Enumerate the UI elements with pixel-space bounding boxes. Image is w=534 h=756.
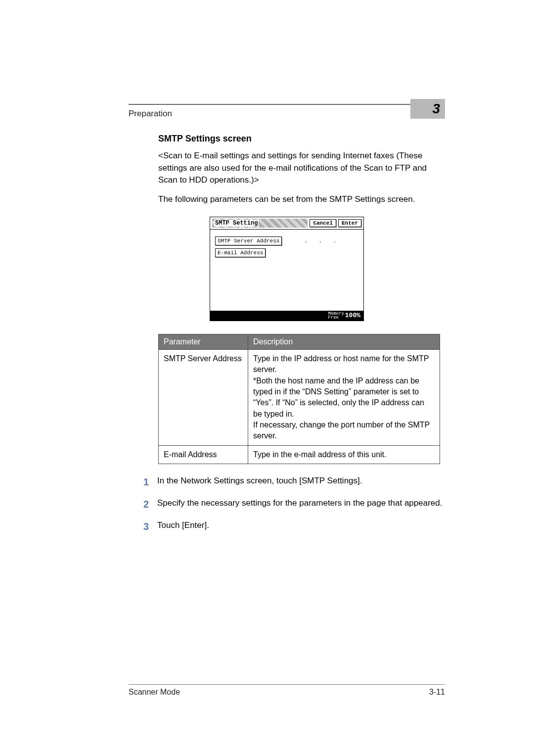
table-row: SMTP Server Address Type in the IP addre… — [159, 349, 440, 445]
step-text: Specify the necessary settings for the p… — [157, 497, 445, 512]
device-screenshot: SMTP Setting Cancel Enter SMTP Server Ad… — [210, 217, 364, 321]
step-text: Touch [Enter]. — [157, 520, 445, 534]
step-number: 3 — [143, 520, 157, 534]
section-heading: SMTP Settings screen — [158, 134, 445, 144]
param-name: SMTP Server Address — [159, 349, 248, 445]
smtp-server-address-row: SMTP Server Address . . . — [215, 236, 358, 245]
step-text: In the Network Settings screen, touch [S… — [157, 475, 445, 489]
screenshot-footer: Memory Free 100% — [210, 311, 363, 321]
screenshot-title: SMTP Setting — [212, 219, 308, 228]
email-address-button[interactable]: E-mail Address — [215, 248, 266, 257]
procedure-steps: 1 In the Network Settings screen, touch … — [143, 475, 445, 534]
table-row: E-mail Address Type in the e-mail addres… — [159, 445, 440, 464]
param-name: E-mail Address — [159, 445, 248, 464]
col-parameter: Parameter — [159, 334, 248, 349]
header-separator — [129, 104, 445, 105]
step-number: 2 — [143, 497, 157, 512]
step-1: 1 In the Network Settings screen, touch … — [143, 475, 445, 489]
screenshot-body: SMTP Server Address . . . E-mail Address — [210, 230, 363, 311]
step-2: 2 Specify the necessary settings for the… — [143, 497, 445, 512]
step-number: 1 — [143, 475, 157, 489]
chapter-number: 3 — [432, 101, 440, 117]
chapter-badge: 3 — [410, 99, 445, 119]
memory-label: Memory Free — [328, 312, 344, 320]
smtp-server-address-button[interactable]: SMTP Server Address — [215, 236, 282, 245]
footer-left: Scanner Mode — [129, 688, 180, 697]
sub-paragraph: The following parameters can be set from… — [158, 193, 445, 206]
memory-label-bottom: Free — [328, 316, 344, 320]
param-desc: Type in the IP address or host name for … — [248, 349, 440, 445]
running-head: Preparation — [129, 109, 172, 119]
page-footer: Scanner Mode 3-11 — [129, 684, 445, 697]
enter-button[interactable]: Enter — [338, 219, 361, 227]
email-address-row: E-mail Address — [215, 248, 358, 257]
footer-right: 3-11 — [429, 688, 445, 697]
step-3: 3 Touch [Enter]. — [143, 520, 445, 534]
intro-paragraph: <Scan to E-mail settings and settings fo… — [158, 150, 445, 187]
screenshot-titlebar: SMTP Setting Cancel Enter — [210, 217, 363, 230]
smtp-server-address-value: . . . — [286, 238, 358, 244]
parameter-table: Parameter Description SMTP Server Addres… — [158, 334, 440, 465]
col-description: Description — [248, 334, 440, 349]
param-desc: Type in the e-mail address of this unit. — [248, 445, 440, 464]
cancel-button[interactable]: Cancel — [310, 219, 336, 227]
memory-value: 100% — [345, 312, 360, 319]
